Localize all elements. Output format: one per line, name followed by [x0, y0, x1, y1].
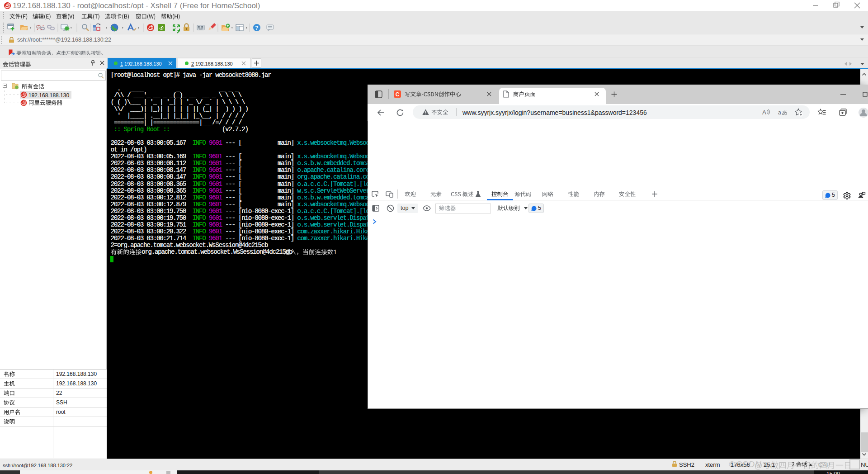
- svg-text:A: A: [762, 109, 766, 116]
- svg-text:C: C: [396, 91, 400, 98]
- svg-text:a: a: [778, 109, 781, 116]
- svg-text:?: ?: [255, 25, 258, 31]
